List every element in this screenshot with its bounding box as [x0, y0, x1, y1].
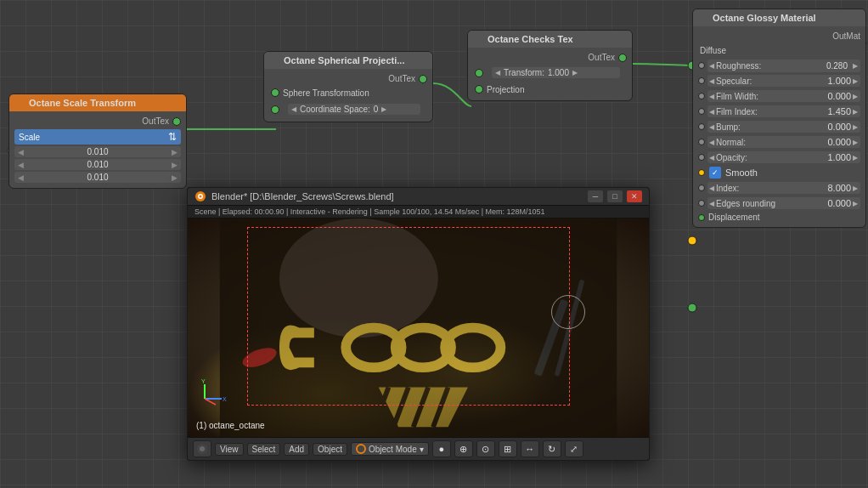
glossy-roughness-field[interactable]: ◀ Roughness: 0.280 ▶: [707, 60, 860, 72]
toolbar-rotate-icon[interactable]: ↻: [543, 440, 561, 457]
node-spherical-header: Octane Spherical Projecti...: [264, 52, 432, 69]
spherical-coord-left-arrow[interactable]: ◀: [291, 105, 296, 113]
scale-out-socket[interactable]: [172, 117, 181, 126]
roughness-right-arrow[interactable]: ▶: [853, 62, 858, 70]
glossy-specular-socket[interactable]: [698, 77, 705, 84]
checks-transform-left-arrow[interactable]: ◀: [495, 69, 500, 77]
displacement-label: Displacement: [708, 213, 760, 222]
window-toolbar[interactable]: View Select Add Object Object Mode ▾ ● ⊕…: [188, 437, 649, 460]
scale-right-arrow-3[interactable]: ▶: [172, 173, 178, 182]
normal-left-arrow[interactable]: ◀: [709, 139, 714, 146]
glossy-opacity-field[interactable]: ◀ Opacity: 1.000 ▶: [707, 151, 860, 163]
glossy-normal-socket[interactable]: [698, 139, 705, 145]
bump-right-arrow[interactable]: ▶: [853, 123, 858, 131]
toolbar-scale-icon[interactable]: ⤢: [565, 440, 583, 457]
opacity-left-arrow[interactable]: ◀: [709, 154, 714, 162]
normal-right-arrow[interactable]: ▶: [853, 139, 858, 146]
svg-point-7: [200, 196, 202, 198]
edges-left-arrow[interactable]: ◀: [709, 200, 714, 207]
edges-right-arrow[interactable]: ▶: [853, 200, 858, 207]
checks-out-socket[interactable]: [618, 54, 627, 62]
scale-left-arrow-3[interactable]: ◀: [18, 173, 24, 182]
glossy-filmindex-socket[interactable]: [698, 108, 705, 115]
glossy-roughness-socket[interactable]: [698, 62, 705, 69]
svg-point-9: [279, 218, 438, 338]
glossy-displacement-socket[interactable]: [698, 214, 705, 221]
toolbar-sphere-icon[interactable]: ●: [432, 440, 451, 457]
glossy-specular-field[interactable]: ◀ Specular: 1.000 ▶: [707, 75, 860, 87]
filmwidth-left-arrow[interactable]: ◀: [709, 93, 714, 100]
glossy-filmwidth-socket[interactable]: [698, 93, 705, 99]
toolbar-view-btn[interactable]: View: [215, 443, 244, 456]
scale-left-arrow-1[interactable]: ◀: [18, 148, 24, 156]
toolbar-transform-icon[interactable]: ↔: [521, 440, 539, 457]
node-spherical-body: OutTex Sphere Transformation ◀ Coordinat…: [264, 69, 432, 122]
scale-field-1[interactable]: ◀ 0.010 ▶: [14, 146, 181, 157]
bump-left-arrow[interactable]: ◀: [709, 123, 714, 131]
close-button[interactable]: ✕: [627, 190, 642, 202]
glossy-smooth-socket[interactable]: [698, 169, 705, 176]
glossy-bump-field[interactable]: ◀ Bump: 0.000 ▶: [707, 121, 860, 133]
svg-text:X: X: [223, 396, 227, 402]
spherical-out-label: OutTex: [388, 74, 415, 83]
spherical-out-socket[interactable]: [419, 75, 427, 83]
toolbar-magnet-icon[interactable]: ⊕: [454, 440, 473, 457]
glossy-out-label: OutMat: [832, 31, 860, 41]
spherical-coord-field[interactable]: ◀ Coordinate Space: 0 ▶: [288, 104, 420, 115]
glossy-filmindex-field[interactable]: ◀ Film Index: 1.450 ▶: [707, 105, 860, 117]
toolbar-grid-icon[interactable]: ⊞: [499, 440, 517, 457]
index-left-arrow[interactable]: ◀: [709, 184, 714, 192]
bump-label: Bump:: [716, 122, 826, 132]
toolbar-blender-icon[interactable]: [193, 440, 211, 457]
node-spherical-proj: Octane Spherical Projecti... OutTex Sphe…: [263, 51, 433, 122]
glossy-specular-row: ◀ Specular: 1.000 ▶: [693, 73, 865, 88]
smooth-checkbox[interactable]: ✓: [709, 167, 721, 179]
opacity-right-arrow[interactable]: ▶: [853, 154, 858, 162]
minimize-button[interactable]: ─: [588, 190, 603, 202]
glossy-index-socket[interactable]: [698, 184, 705, 191]
toolbar-mode-dropdown[interactable]: Object Mode ▾: [351, 442, 429, 456]
checks-in-socket-2[interactable]: [475, 85, 483, 94]
glossy-opacity-socket[interactable]: [698, 154, 705, 161]
scale-field-3[interactable]: ◀ 0.010 ▶: [14, 172, 181, 183]
glossy-out-row: OutMat: [693, 30, 865, 43]
toolbar-mode-arrow: ▾: [420, 445, 424, 454]
checks-transform-right-arrow[interactable]: ▶: [572, 69, 578, 77]
maximize-button[interactable]: □: [607, 190, 623, 202]
glossy-edges-field[interactable]: ◀ Edges rounding 0.000 ▶: [707, 197, 860, 209]
window-status: Scene | Elapsed: 00:00.90 | Interactive …: [188, 206, 649, 218]
spherical-coord-right-arrow[interactable]: ▶: [381, 105, 386, 113]
node-checks-tex: Octane Checks Tex OutTex ◀ Transform: 1.…: [467, 30, 633, 101]
toolbar-select-btn[interactable]: Select: [247, 443, 281, 456]
spherical-in-socket-2[interactable]: [271, 105, 279, 114]
specular-left-arrow[interactable]: ◀: [709, 77, 714, 85]
specular-right-arrow[interactable]: ▶: [853, 77, 858, 85]
toolbar-object-btn[interactable]: Object: [313, 443, 347, 456]
filmwidth-right-arrow[interactable]: ▶: [853, 93, 858, 100]
node-glossy-header: Octane Glossy Material: [693, 9, 865, 26]
node-spherical-title: Octane Spherical Projecti...: [284, 55, 404, 65]
spherical-in-socket-1[interactable]: [271, 88, 279, 97]
filmindex-right-arrow[interactable]: ▶: [853, 108, 858, 116]
scale-right-arrow-1[interactable]: ▶: [172, 148, 178, 156]
scale-left-arrow-2[interactable]: ◀: [18, 161, 24, 169]
specular-value: 1.000: [827, 76, 851, 86]
roughness-left-arrow[interactable]: ◀: [709, 62, 714, 70]
scale-dropdown[interactable]: Scale ⇅: [14, 129, 181, 145]
filmindex-left-arrow[interactable]: ◀: [709, 108, 714, 116]
glossy-edges-socket[interactable]: [698, 200, 705, 207]
glossy-index-field[interactable]: ◀ Index: 8.000 ▶: [707, 182, 860, 194]
scale-field-2[interactable]: ◀ 0.010 ▶: [14, 159, 181, 170]
glossy-normal-field[interactable]: ◀ Normal: 0.000 ▶: [707, 136, 860, 148]
object-label: (1) octane_octane: [196, 421, 265, 430]
glossy-filmwidth-field[interactable]: ◀ Film Width: 0.000 ▶: [707, 90, 860, 102]
toolbar-add-btn[interactable]: Add: [284, 443, 309, 456]
checks-transform-field[interactable]: ◀ Transform: 1.000 ▶: [492, 67, 620, 78]
glossy-bump-socket[interactable]: [698, 123, 705, 130]
checks-in-socket-1[interactable]: [475, 69, 483, 77]
toolbar-globe-icon[interactable]: ⊙: [476, 440, 495, 457]
blender-window[interactable]: Blender* [D:\Blender_Screws\Screws.blend…: [187, 187, 650, 461]
node-scale-transform-title: Octane Scale Transform: [29, 98, 136, 108]
index-right-arrow[interactable]: ▶: [853, 184, 858, 192]
scale-right-arrow-2[interactable]: ▶: [172, 161, 178, 169]
